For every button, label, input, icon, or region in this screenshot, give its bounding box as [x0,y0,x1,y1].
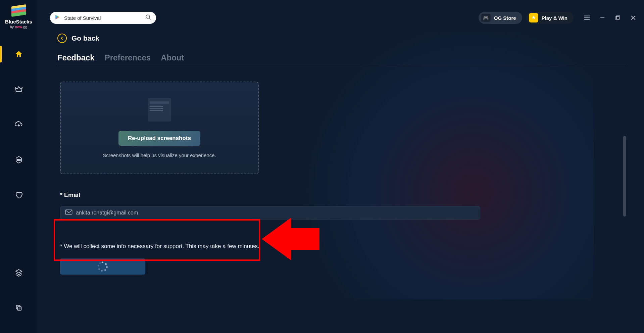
search-input[interactable] [64,15,142,21]
brand-name: BlueStacks [5,19,32,25]
hexagon-w3-icon: W3 [15,156,23,164]
topbar: 🎮 OG Store Play & Win [50,12,637,24]
home-icon [15,50,23,58]
cloud-download-icon [15,121,23,129]
og-store-icon: 🎮 [481,14,491,22]
reupload-screenshots-button[interactable]: Re-upload screenshots [118,131,200,146]
scrollbar-thumb[interactable] [623,136,626,217]
sidebar-item-web3[interactable]: W3 [0,151,37,168]
email-label: * Email [60,192,627,199]
crown-icon [15,85,23,93]
tab-about[interactable]: About [161,53,184,66]
minimize-button[interactable] [598,14,606,22]
svg-rect-6 [65,210,72,215]
hamburger-menu-button[interactable] [583,14,591,22]
layers-icon [15,269,23,277]
envelope-icon [65,209,72,216]
play-win-icon [529,13,538,22]
svg-rect-2 [16,305,20,309]
sidebar-item-layers[interactable] [15,264,23,281]
feedback-form: Attach screenshots Re-upload screenshots… [60,68,627,275]
screenshot-thumbnail[interactable] [148,98,171,122]
sidebar-item-home[interactable] [0,46,37,62]
svg-rect-4 [616,16,620,19]
sidebar-bottom [15,264,23,316]
screenshot-upload-box[interactable]: Re-upload screenshots Screenshots will h… [60,82,259,174]
tab-feedback[interactable]: Feedback [57,53,95,66]
sidebar-item-favorites[interactable] [0,187,37,203]
svg-text:W3: W3 [17,159,20,161]
upload-helper-text: Screenshots will help us visualize your … [103,152,216,158]
bluestacks-logo-icon [10,3,28,17]
email-section: * Email ankita.rohatgi@gmail.com [60,192,627,220]
go-back-row[interactable]: Go back [57,34,627,43]
maximize-button[interactable] [614,14,622,22]
submit-button[interactable] [60,258,145,275]
search-icon[interactable] [145,14,151,21]
tabs: Feedback Preferences About [57,53,627,66]
annotation-arrow-icon [262,218,319,260]
play-win-label: Play & Win [542,15,567,21]
sidebar-item-cloud[interactable] [0,116,37,133]
collect-info-text: * We will collect some info necessary fo… [60,243,627,250]
brand-subtitle: by now.gg [10,25,28,29]
sidebar-item-premium[interactable] [0,81,37,98]
tab-preferences[interactable]: Preferences [105,53,151,66]
search-box[interactable] [50,12,156,24]
scrollbar[interactable] [623,136,626,333]
og-store-label: OG Store [494,15,516,21]
svg-rect-5 [616,16,619,20]
window-controls [583,14,637,22]
play-win-button[interactable]: Play & Win [526,12,574,24]
svg-rect-1 [17,306,21,310]
logo-block[interactable]: BlueStacks by now.gg [5,3,32,29]
copy-icon [15,304,23,312]
email-value: ankita.rohatgi@gmail.com [76,210,138,216]
sidebar-item-copy[interactable] [15,299,23,316]
play-store-icon [55,14,61,21]
go-back-label: Go back [71,34,99,42]
top-actions: 🎮 OG Store Play & Win [479,12,637,24]
sidebar-nav: W3 [0,46,37,203]
heart-icon [15,191,23,199]
svg-point-3 [146,15,150,18]
content-area: Go back Feedback Preferences About Attac… [50,34,627,333]
sidebar: BlueStacks by now.gg W3 [0,0,37,333]
og-store-button[interactable]: 🎮 OG Store [479,12,522,24]
loading-spinner-icon [98,261,108,272]
back-arrow-icon[interactable] [57,34,67,43]
close-button[interactable] [629,14,637,22]
